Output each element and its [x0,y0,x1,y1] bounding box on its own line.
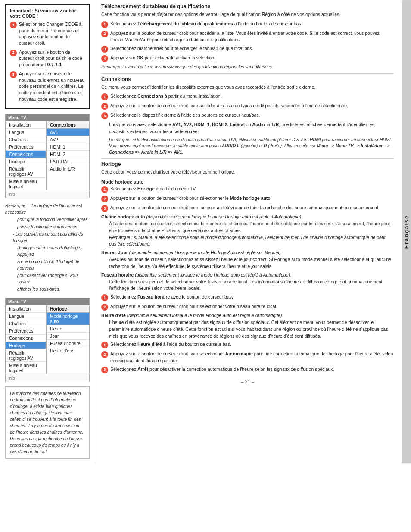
menu-item-horloge[interactable]: Horloge [6,158,46,165]
horl-step-2: 2 Appuyez sur le bouton de curseur droit… [101,195,394,202]
horl-step-3: 3 Appuyez sur le bouton de curseur droit… [101,205,394,212]
menu2-horloge[interactable]: Horloge [6,342,46,349]
conn-indent-1: Lorsque vous avez sélectionné AV1, AV2, … [109,121,394,135]
right-column: Téléchargement du tableau de qualificati… [95,0,402,463]
submenu-mode-horloge[interactable]: Mode horloge auto [47,313,89,325]
hete-step-num-2: 2 [101,351,108,358]
fuseau-step-2: 2 Appuyez sur le bouton de curseur droit… [101,303,394,311]
telechargement-title: Téléchargement du tableau de qualificati… [101,3,394,9]
connexions-title: Connexions [101,76,394,82]
submenu-fuseau[interactable]: Fuseau horaire [47,340,89,347]
step-num-3: 3 [10,71,17,78]
telechargement-intro: Cette fonction vous permet d'ajouter des… [101,11,394,18]
menu-item-mise-a-niveau[interactable]: Mise à niveau logiciel [6,178,46,190]
section-telechargement: Téléchargement du tableau de qualificati… [101,3,394,71]
fuseau-step-num-1: 1 [101,294,108,301]
fuseau-italic: (disponible seulement lorsque le mode Ho… [135,272,291,277]
menu2-retablir[interactable]: Rétablir réglages AV [6,349,46,362]
submenu-heure[interactable]: Heure [47,325,89,333]
mode-horloge-auto-title: Mode horloge auto [101,179,394,184]
tel-step-3-text: Sélectionnez marche/arrêt pour télécharg… [110,45,394,52]
menu-left-col-2: Installation Langue Chaînes Préférences … [6,305,46,374]
remark-horloge: Remarque : - Le réglage de l'horloge est… [5,202,90,292]
menu2-installation[interactable]: Installation [6,305,46,313]
menu-tv-2-header: Menu TV [6,298,89,305]
menu-tv-2-footer: Info [6,374,89,382]
section-connexions: Connexions Ce menu vous permet d'identif… [101,76,394,156]
important-box: Important : Si vous avez oublié votre CO… [5,4,90,109]
horl-step-num-1: 1 [101,186,108,193]
side-tab-label: Française [403,215,410,249]
chaine-auto-label: Chaîne horloge auto (disponible seulemen… [101,214,394,219]
conn-step-num-1: 1 [101,93,108,100]
menu-tv-2-body: Installation Langue Chaînes Préférences … [6,305,89,374]
conn-step-2-text: Appuyez sur le bouton de curseur droit p… [110,103,394,109]
menu-item-connexions[interactable]: Connexions [6,151,46,158]
menu-tv-1-body: Installation Langue Chaînes Préférences … [6,121,89,190]
horloge-intro: Cette option vous permet d'utiliser votr… [101,169,394,176]
menu-item-retablir[interactable]: Rétablir réglages AV [6,165,46,178]
menu2-langue[interactable]: Langue [6,313,46,320]
conn-step-1: 1 Sélectionnez Connexions à partir du me… [101,93,394,100]
menu-right-col-connexions: Connexions AV1 AV2 HDMI 1 HDMI 2 LATÉRAL… [46,121,89,190]
menu-item-langue[interactable]: Langue [6,129,46,136]
heure-jour-bold: Heure - Jour [101,250,128,255]
menu-tv-1-footer: Info [6,190,89,198]
conn-remark-1: Remarque : si le dispositif externe ne d… [109,137,394,156]
menu-item-preferences[interactable]: Préférences [6,143,46,151]
divider-2 [101,158,394,159]
step-num-2: 2 [10,50,17,56]
menu2-mise-a-niveau[interactable]: Mise à niveau logiciel [6,362,46,374]
important-title: Important : Si vous avez oublié votre CO… [10,8,85,19]
horl-step-num-3: 3 [101,205,108,212]
hete-step-num-1: 1 [101,342,108,348]
heure-ete-italic: (disponible seulement lorsque le mode Ho… [127,313,282,318]
conn-step-3: 3 Sélectionnez le dispositif externe à l… [101,112,394,119]
horloge-title: Horloge [101,161,394,167]
menu-item-installation[interactable]: Installation [6,121,46,129]
submenu-hdmi2[interactable]: HDMI 2 [47,151,89,158]
horl-step-num-2: 2 [101,196,108,202]
tel-step-4: 4 Appuyez sur OK pour activer/désactiver… [101,55,394,62]
right-col-header-horloge: Horloge [47,305,89,313]
conn-step-1-text: Sélectionnez Connexions à partir du menu… [110,93,394,100]
section-horloge: Horloge Cette option vous permet d'utili… [101,161,394,373]
heure-jour-italic: (disponible uniquement lorsque le mode H… [129,250,281,255]
conn-step-2: 2 Appuyez sur le bouton de curseur droit… [101,103,394,110]
important-step-3-text: Appuyez sur le curseur de nouveau puis e… [19,71,85,102]
submenu-heure-ete[interactable]: Heure d'été [47,347,89,354]
tel-step-num-4: 4 [101,55,108,62]
submenu-lateral[interactable]: LATÉRAL [47,158,89,165]
menu2-preferences[interactable]: Préférences [6,327,46,335]
submenu-hdmi1[interactable]: HDMI 1 [47,143,89,151]
fuseau-step-1-text: Sélectionnez Fuseau horaire avec le bout… [110,294,394,300]
submenu-audio-lr[interactable]: Audio In L/R [47,165,89,172]
tel-step-4-text: Appuyez sur OK pour activer/désactiver l… [110,55,394,61]
tel-step-2: 2 Appuyez sur le bouton de curseur droit… [101,30,394,43]
conn-step-num-3: 3 [101,112,108,119]
hete-step-num-3: 3 [101,367,108,373]
submenu-av2[interactable]: AV2 [47,136,89,143]
step-num-1: 1 [10,22,17,28]
submenu-av1[interactable]: AV1 [47,129,89,136]
tel-step-num-1: 1 [101,21,108,28]
horl-step-1-text: Sélectionnez Horloge à partir du menu TV… [110,186,394,192]
page-num-dash: – [241,379,245,384]
submenu-jour[interactable]: Jour [47,333,89,340]
menu2-connexions[interactable]: Connexions [6,335,46,342]
fuseau-text: Cette fonction vous permet de sélectionn… [109,279,394,292]
important-step-3: 3 Appuyez sur le curseur de nouveau puis… [10,71,85,102]
important-step-1-text: Sélectionnez Changer CODE à partir du me… [19,21,85,47]
important-step-1: 1 Sélectionnez Changer CODE à partir du … [10,21,85,47]
page-num-dash2: – [252,379,254,384]
menu2-chaines[interactable]: Chaînes [6,320,46,327]
heure-ete-label: Heure d'été (disponible seulement lorsqu… [101,313,394,318]
fuseau-bold: Fuseau horaire [101,272,134,277]
remark-chaines-text: La majorité des chaînes de télévision ne… [10,391,84,454]
menu-item-chaines[interactable]: Chaînes [6,136,46,143]
remark-chaines-horloge: La majorité des chaînes de télévision ne… [5,386,90,459]
side-tab-francaise: Française [402,0,411,463]
hete-step-2: 2 Appuyez sur le bouton de curseur droit… [101,351,394,364]
tel-step-1: 1 Sélectionnez Téléchargement du tableau… [101,21,394,28]
hete-step-3: 3 Sélectionnez Arrêt pour désactiver la … [101,366,394,373]
